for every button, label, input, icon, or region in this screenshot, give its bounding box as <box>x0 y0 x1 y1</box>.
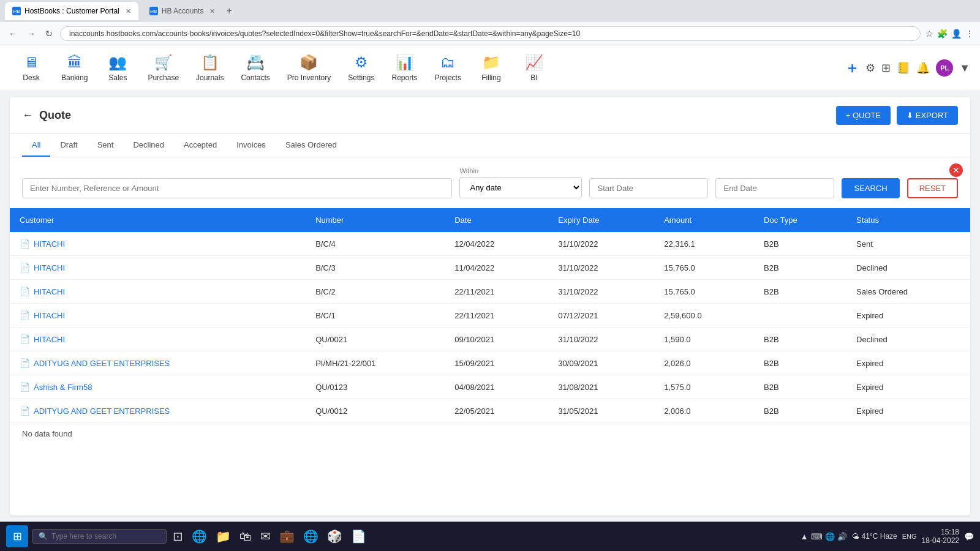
nav-label-projects: Projects <box>435 73 461 82</box>
cell-number-0: B/C/4 <box>306 232 445 256</box>
nav-item-settings[interactable]: ⚙ Settings <box>339 49 383 87</box>
tab-sales-ordered[interactable]: Sales Ordered <box>276 134 347 157</box>
customer-link-2[interactable]: 📄 HITACHI <box>20 287 296 296</box>
active-tab[interactable]: HB HostBooks : Customer Portal ✕ <box>5 2 138 20</box>
nav-label-settings: Settings <box>348 73 374 82</box>
forward-button[interactable]: → <box>24 28 38 40</box>
nav-item-journals[interactable]: 📋 Journals <box>187 49 232 87</box>
table-row: 📄 HITACHI B/C/1 22/11/2021 07/12/2021 2,… <box>10 304 970 328</box>
nav-item-filling[interactable]: 📁 Filling <box>470 49 513 87</box>
nav-actions: ＋ ⚙ ⊞ 📒 🔔 PL ▼ <box>845 58 970 78</box>
tab-all[interactable]: All <box>22 134 50 157</box>
customer-link-0[interactable]: 📄 HITACHI <box>20 239 296 249</box>
book-icon[interactable]: 📒 <box>897 61 910 75</box>
tab-declined[interactable]: Declined <box>123 134 174 157</box>
cell-date-6: 04/08/2021 <box>445 375 548 399</box>
main-content: ← Quote + QUOTE ⬇ EXPORT All Draft Sent … <box>10 97 970 515</box>
cell-customer-5[interactable]: 📄 ADITYUG AND GEET ENTERPRISES <box>10 351 306 375</box>
back-page-button[interactable]: ← <box>22 109 33 122</box>
profile-icon[interactable]: 👤 <box>951 29 962 39</box>
bookmark-icon[interactable]: ☆ <box>925 29 933 39</box>
cell-status-6: Expired <box>846 375 970 399</box>
no-data-label: No data found <box>10 423 970 444</box>
settings-icon: ⚙ <box>355 54 368 71</box>
page-header: ← Quote + QUOTE ⬇ EXPORT <box>10 97 970 134</box>
cell-customer-0[interactable]: 📄 HITACHI <box>10 232 306 256</box>
refresh-button[interactable]: ↻ <box>43 28 55 40</box>
cell-doctype-4: B2B <box>754 328 846 351</box>
inactive-tab[interactable]: HB HB Accounts ✕ <box>142 2 223 20</box>
gear-icon[interactable]: ⚙ <box>865 61 875 75</box>
tab-invoices[interactable]: Invoices <box>227 134 276 157</box>
search-bar: ✕ Within Any date Today This Week This M… <box>10 157 970 208</box>
cell-amount-6: 1,575.0 <box>654 375 754 399</box>
cell-customer-3[interactable]: 📄 HITACHI <box>10 304 306 328</box>
cell-customer-4[interactable]: 📄 HITACHI <box>10 328 306 351</box>
nav-item-sales[interactable]: 👥 Sales <box>96 49 139 87</box>
nav-item-contacts[interactable]: 📇 Contacts <box>232 49 278 87</box>
nav-item-purchase[interactable]: 🛒 Purchase <box>139 49 187 87</box>
end-date-input[interactable] <box>715 178 834 198</box>
table-row: 📄 HITACHI B/C/3 11/04/2022 31/10/2022 15… <box>10 256 970 280</box>
desk-icon: 🖥 <box>24 54 39 71</box>
new-tab-button[interactable]: + <box>226 6 232 17</box>
customer-link-3[interactable]: 📄 HITACHI <box>20 310 296 320</box>
nav-item-projects[interactable]: 🗂 Projects <box>426 49 470 87</box>
grid-icon[interactable]: ⊞ <box>881 61 891 75</box>
cell-status-0: Sent <box>846 232 970 256</box>
search-input[interactable] <box>22 178 452 198</box>
extensions-icon[interactable]: 🧩 <box>937 29 948 39</box>
header-amount: Amount <box>654 208 754 232</box>
expand-icon[interactable]: ▼ <box>959 62 970 75</box>
nav-label-journals: Journals <box>196 73 224 82</box>
tab-close-1[interactable]: ✕ <box>126 7 131 15</box>
export-button[interactable]: ⬇ EXPORT <box>897 106 958 125</box>
tab-sent[interactable]: Sent <box>88 134 124 157</box>
close-filter-button[interactable]: ✕ <box>949 163 963 177</box>
customer-link-4[interactable]: 📄 HITACHI <box>20 334 296 344</box>
cell-status-4: Declined <box>846 328 970 351</box>
quote-button[interactable]: + QUOTE <box>836 106 891 125</box>
tab-close-2[interactable]: ✕ <box>209 7 215 15</box>
header-status: Status <box>846 208 970 232</box>
nav-item-banking[interactable]: 🏛 Banking <box>53 49 96 87</box>
cell-customer-1[interactable]: 📄 HITACHI <box>10 256 306 280</box>
quotes-table: Customer Number Date Expiry Date Amount … <box>10 208 970 423</box>
nav-item-reports[interactable]: 📊 Reports <box>383 49 426 87</box>
cell-date-3: 22/11/2021 <box>445 304 548 328</box>
search-button[interactable]: SEARCH <box>842 178 899 198</box>
cell-expiry-1: 31/10/2022 <box>548 256 654 280</box>
purchase-icon: 🛒 <box>154 54 173 71</box>
cell-doctype-7: B2B <box>754 399 846 423</box>
header-actions: + QUOTE ⬇ EXPORT <box>836 106 958 125</box>
nav-item-pro-inventory[interactable]: 📦 Pro Inventory <box>279 49 339 87</box>
cell-doctype-6: B2B <box>754 375 846 399</box>
cell-date-1: 11/04/2022 <box>445 256 548 280</box>
customer-link-7[interactable]: 📄 ADITYUG AND GEET ENTERPRISES <box>20 406 296 416</box>
tab-draft[interactable]: Draft <box>50 134 87 157</box>
start-date-input[interactable] <box>589 178 708 198</box>
nav-item-bi[interactable]: 📈 BI <box>513 49 556 87</box>
table-row: 📄 ADITYUG AND GEET ENTERPRISES QU/0012 2… <box>10 399 970 423</box>
notification-icon[interactable]: 🔔 <box>916 61 930 75</box>
cell-amount-0: 22,316.1 <box>654 232 754 256</box>
user-avatar[interactable]: PL <box>936 59 953 77</box>
add-button[interactable]: ＋ <box>845 58 859 78</box>
tab-accepted[interactable]: Accepted <box>174 134 227 157</box>
nav-item-desk[interactable]: 🖥 Desk <box>10 49 53 87</box>
within-select[interactable]: Any date Today This Week This Month This… <box>459 177 582 198</box>
back-button[interactable]: ← <box>6 28 20 40</box>
cell-customer-7[interactable]: 📄 ADITYUG AND GEET ENTERPRISES <box>10 399 306 423</box>
customer-link-1[interactable]: 📄 HITACHI <box>20 263 296 272</box>
start-date-label: ‌ <box>589 168 708 176</box>
cell-doctype-2: B2B <box>754 280 846 304</box>
customer-link-6[interactable]: 📄 Ashish & Firm58 <box>20 382 296 392</box>
cell-customer-6[interactable]: 📄 Ashish & Firm58 <box>10 375 306 399</box>
nav-label-purchase: Purchase <box>148 73 179 82</box>
cell-customer-2[interactable]: 📄 HITACHI <box>10 280 306 304</box>
menu-icon[interactable]: ⋮ <box>965 29 974 39</box>
contacts-icon: 📇 <box>246 54 265 71</box>
reset-button[interactable]: RESET <box>907 178 958 198</box>
url-bar[interactable] <box>60 26 921 41</box>
customer-link-5[interactable]: 📄 ADITYUG AND GEET ENTERPRISES <box>20 358 296 368</box>
